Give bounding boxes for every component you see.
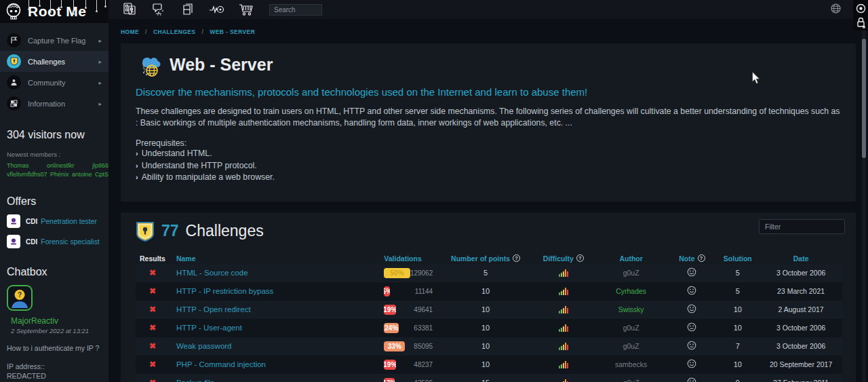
category-intro-panel: Web - Server Discover the mechanisms, pr… bbox=[121, 43, 856, 202]
right-rail bbox=[853, 0, 868, 31]
challenge-link[interactable]: Weak password bbox=[176, 342, 232, 350]
chat-message-1: How to i authenticate my IP ? bbox=[7, 343, 102, 353]
note-smiley-icon[interactable] bbox=[687, 286, 696, 297]
sidebar-item-challenges[interactable]: Challenges▸ bbox=[0, 51, 108, 72]
member-link[interactable]: Thomas bbox=[7, 162, 29, 169]
scrollbar-track[interactable] bbox=[862, 31, 866, 382]
offer-badge: CDI bbox=[26, 238, 37, 246]
validation-count: 42596 bbox=[395, 379, 438, 382]
note-smiley-icon[interactable] bbox=[687, 267, 696, 278]
column-header-validations: Validations bbox=[380, 254, 438, 263]
member-link[interactable]: Phénix bbox=[50, 171, 69, 178]
challenge-link[interactable]: Backup file bbox=[176, 379, 214, 382]
challenge-date: 3 October 2006 bbox=[776, 342, 825, 350]
chevron-bullet-icon: › bbox=[136, 173, 138, 181]
activity-target-icon[interactable] bbox=[209, 1, 225, 18]
author-link[interactable]: g0uZ bbox=[623, 342, 639, 350]
member-link[interactable]: onlinestlkr bbox=[47, 162, 75, 169]
logo[interactable]: Root Me bbox=[0, 0, 108, 23]
author-link[interactable]: Cyrhades bbox=[616, 287, 646, 295]
solution-count: 7 bbox=[736, 342, 740, 350]
member-link[interactable]: CptS bbox=[95, 171, 108, 178]
forum-icon[interactable] bbox=[151, 1, 167, 18]
challenge-link[interactable]: PHP - Command injection bbox=[176, 360, 266, 368]
visitors-section: 304 visitors now Newest members : Thomas… bbox=[0, 129, 108, 178]
sidebar-item-capture-the-flag[interactable]: Capture The Flag▸ bbox=[0, 30, 108, 51]
prerequisite-item: ›Understand the HTTP protocol. bbox=[136, 160, 841, 172]
sidebar-item-label: Capture The Flag bbox=[28, 37, 85, 45]
note-smiley-icon[interactable] bbox=[687, 377, 696, 382]
solution-count: 5 bbox=[736, 287, 740, 295]
points-value: 10 bbox=[481, 287, 490, 295]
sidebar-item-information[interactable]: Information▸ bbox=[0, 93, 108, 114]
not-solved-icon: ✖ bbox=[149, 323, 156, 332]
challenge-link[interactable]: HTTP - IP restriction bypass bbox=[176, 287, 273, 295]
offer-item: CDIForensic specialist bbox=[7, 235, 102, 248]
note-smiley-icon[interactable] bbox=[687, 341, 696, 351]
information-icon bbox=[7, 96, 21, 111]
scrollbar-thumb[interactable] bbox=[862, 39, 866, 158]
table-row: ✖HTTP - IP restriction bypass5%1114410Cy… bbox=[136, 282, 842, 301]
challenge-link[interactable]: HTTP - Open redirect bbox=[176, 305, 251, 313]
filter-input[interactable] bbox=[759, 219, 845, 234]
prerequisites-list: ›Understand HTML.›Understand the HTTP pr… bbox=[136, 148, 841, 184]
author-link[interactable]: g0uZ bbox=[623, 324, 639, 332]
solution-count: 10 bbox=[734, 324, 742, 332]
challenge-date: 3 October 2006 bbox=[776, 269, 825, 277]
sidebar-item-community[interactable]: Community▸ bbox=[0, 72, 108, 93]
record-icon[interactable] bbox=[855, 2, 867, 14]
language-globe-icon[interactable] bbox=[831, 3, 841, 16]
author-link[interactable]: Swissky bbox=[618, 305, 644, 313]
community-icon bbox=[7, 75, 21, 90]
offer-link[interactable]: Forensic specialist bbox=[41, 237, 99, 246]
category-description: These challenges are designed to train u… bbox=[136, 106, 841, 128]
member-link[interactable]: jlp866 bbox=[92, 162, 108, 169]
points-value: 10 bbox=[481, 360, 490, 368]
challenges-count: 77 bbox=[161, 222, 179, 240]
author-link[interactable]: g0uZ bbox=[623, 269, 639, 277]
column-header-solution: Solution bbox=[715, 254, 760, 263]
breadcrumb-link[interactable]: CHALLENGES bbox=[153, 28, 196, 35]
category-subtitle: Discover the mechanisms, protocols and t… bbox=[136, 86, 841, 98]
breadcrumb-link[interactable]: WEB - SERVER bbox=[210, 28, 255, 35]
docs-qr-icon[interactable] bbox=[121, 1, 138, 18]
author-link[interactable]: g0uZ bbox=[623, 379, 639, 382]
table-row: ✖HTTP - User-agent24%6338110g0uZ103 Octo… bbox=[136, 319, 842, 337]
help-icon[interactable]: ? bbox=[513, 254, 520, 262]
difficulty-icon bbox=[559, 341, 568, 351]
help-icon[interactable]: ? bbox=[576, 254, 584, 262]
lock-icon[interactable] bbox=[855, 16, 867, 28]
documents-icon[interactable] bbox=[180, 1, 196, 18]
breadcrumb-link[interactable]: HOME bbox=[121, 28, 139, 35]
offers-section: Offers CDIPenetration testerCDIForensic … bbox=[0, 195, 108, 248]
note-smiley-icon[interactable] bbox=[687, 359, 696, 370]
not-solved-icon: ✖ bbox=[149, 268, 156, 278]
help-icon[interactable]: ? bbox=[698, 254, 705, 262]
capture-the-flag-icon bbox=[7, 33, 21, 47]
solution-count: 10 bbox=[734, 360, 742, 368]
member-link[interactable]: vfleltvmfldhs07 bbox=[7, 171, 47, 178]
search-input[interactable] bbox=[269, 4, 322, 16]
prerequisite-item: ›Understand HTML. bbox=[136, 148, 841, 160]
chat-username-link[interactable]: MajorReactiv bbox=[11, 316, 102, 326]
offers-list: CDIPenetration testerCDIForensic special… bbox=[7, 214, 102, 248]
table-row: ✖Weak password33%8509510g0uZ73 October 2… bbox=[136, 337, 842, 356]
solution-count: 5 bbox=[736, 269, 740, 277]
author-link[interactable]: sambecks bbox=[615, 360, 647, 368]
challenge-link[interactable]: HTML - Source code bbox=[176, 269, 248, 277]
member-link[interactable]: antoine bbox=[72, 171, 92, 178]
not-solved-icon: ✖ bbox=[149, 378, 156, 382]
challenge-link[interactable]: HTTP - User-agent bbox=[176, 324, 242, 332]
sidebar-item-label: Challenges bbox=[28, 58, 65, 66]
note-smiley-icon[interactable] bbox=[687, 304, 696, 315]
difficulty-icon bbox=[559, 268, 568, 278]
chevron-right-icon: ▸ bbox=[98, 100, 102, 107]
note-smiley-icon[interactable] bbox=[687, 322, 696, 333]
avatar[interactable]: ? bbox=[7, 285, 33, 311]
solution-count: 9 bbox=[736, 379, 740, 382]
logo-text: Root Me bbox=[28, 3, 86, 20]
cart-icon[interactable] bbox=[238, 1, 254, 18]
prerequisite-item: ›Ability to manipulate a web browser. bbox=[136, 172, 841, 184]
offer-link[interactable]: Penetration tester bbox=[41, 217, 97, 225]
column-header-author: Author bbox=[594, 254, 669, 263]
